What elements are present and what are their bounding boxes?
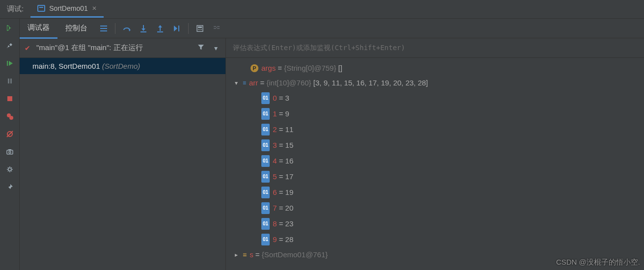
int-badge-icon: 01 (261, 171, 270, 183)
svg-point-23 (199, 29, 200, 30)
svg-point-24 (201, 29, 202, 30)
tab-debugger[interactable]: 调试器 (20, 18, 57, 39)
int-badge-icon: 01 (261, 234, 270, 245)
view-breakpoints-icon[interactable] (5, 112, 14, 121)
svg-rect-8 (7, 150, 13, 154)
variable-row[interactable]: ▸016 = 19 (226, 185, 644, 200)
variable-row[interactable]: ▸014 = 16 (226, 153, 644, 169)
object-badge-icon: ≡ (243, 249, 247, 260)
threads-icon[interactable] (95, 21, 112, 36)
tab-console[interactable]: 控制台 (57, 19, 95, 38)
frames-pane: ✔ "main"@1 在组 "main": 正在运行 ▾ main:8, Sor… (20, 38, 226, 270)
svg-point-5 (9, 116, 13, 120)
stop-icon[interactable] (5, 94, 14, 103)
modify-run-icon[interactable] (5, 41, 14, 50)
evaluate-icon[interactable] (192, 21, 208, 36)
frames-dropdown-icon[interactable]: ▾ (211, 44, 221, 52)
pause-icon[interactable] (5, 77, 14, 85)
thread-title: "main"@1 在组 "main": 正在运行 (36, 43, 191, 53)
filter-icon[interactable] (195, 44, 207, 52)
expand-arrow-icon[interactable]: ▾ (233, 78, 240, 88)
expand-arrow-icon[interactable]: ▸ (233, 249, 240, 260)
svg-rect-1 (8, 79, 9, 83)
int-badge-icon: 01 (261, 202, 270, 214)
frames-header: ✔ "main"@1 在组 "main": 正在运行 ▾ (20, 38, 225, 58)
class-file-icon (37, 5, 45, 12)
trace-icon[interactable] (208, 21, 225, 36)
svg-point-22 (198, 29, 199, 30)
variable-row[interactable]: ▸017 = 20 (226, 200, 644, 216)
resume-icon[interactable] (5, 59, 14, 68)
camera-icon[interactable] (5, 147, 14, 156)
int-badge-icon: 01 (261, 124, 270, 135)
svg-rect-12 (100, 26, 107, 27)
int-badge-icon: 01 (261, 139, 270, 151)
variables-tree: ▸Pargs = {String[0]@759} []▾≡arr = {int[… (226, 58, 644, 265)
debug-label: 调试: (0, 4, 30, 14)
int-badge-icon: 01 (261, 155, 270, 167)
thread-status-icon: ✔ (25, 44, 32, 52)
svg-point-11 (8, 168, 11, 171)
svg-rect-20 (197, 26, 203, 31)
variable-row[interactable]: ▸011 = 9 (226, 106, 644, 122)
svg-rect-14 (100, 30, 107, 31)
variable-row[interactable]: ▸013 = 15 (226, 137, 644, 153)
frame-main-text: main:8, SortDemo01 (32, 62, 100, 70)
svg-rect-13 (100, 28, 107, 29)
svg-rect-21 (198, 27, 202, 28)
svg-rect-10 (8, 149, 11, 150)
rerun-icon[interactable] (5, 24, 14, 32)
step-over-icon[interactable] (118, 21, 135, 36)
variable-row[interactable]: ▾≡arr = {int[10]@760} [3, 9, 11, 15, 16,… (226, 76, 644, 90)
int-badge-icon: 01 (261, 187, 270, 198)
variable-row[interactable]: ▸012 = 11 (226, 122, 644, 137)
debug-toolbar: 调试器 控制台 (20, 19, 644, 38)
file-tab-sortdemo[interactable]: SortDemo01 ✕ (30, 0, 104, 18)
variable-row[interactable]: ▸018 = 23 (226, 216, 644, 232)
variable-row[interactable]: ▸019 = 28 (226, 232, 644, 247)
watermark: CSDN @没棍子的悟小空. (556, 258, 640, 267)
debug-tabs: 调试: SortDemo01 ✕ (0, 0, 644, 19)
step-out-icon[interactable] (152, 21, 168, 36)
svg-point-9 (9, 151, 11, 153)
int-badge-icon: 01 (261, 218, 270, 230)
variables-pane: 评估表达式(Enter)或添加监视(Ctrl+Shift+Enter) ▸Par… (226, 38, 644, 270)
frame-row[interactable]: main:8, SortDemo01 (SortDemo) (20, 58, 225, 74)
int-badge-icon: 01 (261, 92, 270, 104)
svg-rect-3 (7, 96, 12, 101)
run-to-cursor-icon[interactable] (168, 21, 185, 36)
array-badge-icon: ≡ (243, 82, 246, 84)
close-tab-icon[interactable]: ✕ (92, 5, 97, 12)
svg-rect-0 (7, 61, 8, 66)
param-badge-icon: P (251, 64, 258, 72)
evaluate-input[interactable]: 评估表达式(Enter)或添加监视(Ctrl+Shift+Enter) (226, 38, 644, 58)
mute-breakpoints-icon[interactable] (5, 130, 14, 138)
svg-rect-2 (10, 79, 12, 83)
file-tab-title: SortDemo01 (49, 4, 88, 12)
settings-icon[interactable] (5, 165, 14, 174)
variable-row[interactable]: ▸Pargs = {String[0]@759} [] (226, 61, 644, 76)
left-action-rail (0, 19, 20, 270)
step-into-icon[interactable] (135, 21, 152, 36)
int-badge-icon: 01 (261, 108, 270, 120)
pin-icon[interactable] (5, 183, 14, 191)
variable-row[interactable]: ▸015 = 17 (226, 169, 644, 185)
variable-row[interactable]: ▸010 = 3 (226, 90, 644, 106)
frame-source: (SortDemo) (102, 62, 140, 70)
